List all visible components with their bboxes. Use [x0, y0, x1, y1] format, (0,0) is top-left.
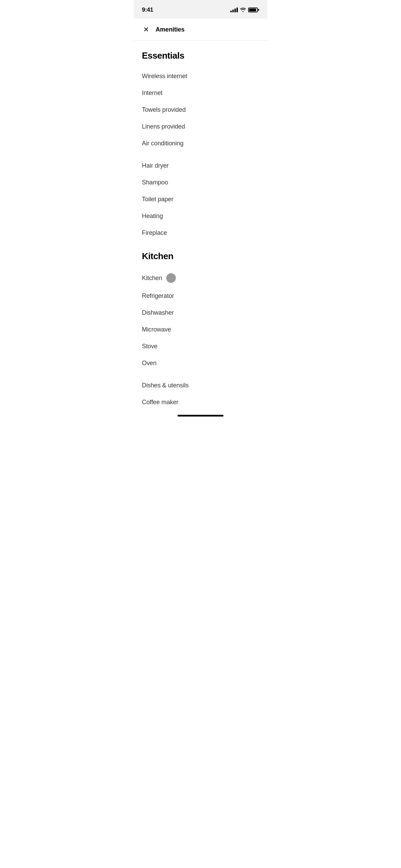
amenity-label-hair-dryer: Hair dryer: [142, 162, 169, 169]
battery-icon: [248, 8, 259, 12]
amenity-label-dishes-utensils: Dishes & utensils: [142, 382, 189, 389]
signal-icon: [230, 8, 238, 12]
amenity-label-kitchen: Kitchen: [142, 275, 162, 282]
home-bar: [178, 415, 223, 417]
amenity-label-toilet-paper: Toilet paper: [142, 196, 173, 203]
amenity-label-air-conditioning: Air conditioning: [142, 140, 183, 147]
amenity-label-heating: Heating: [142, 213, 163, 220]
status-time: 9:41: [142, 7, 153, 13]
amenity-item-heating: Heating: [142, 208, 259, 225]
amenity-label-towels-provided: Towels provided: [142, 106, 186, 113]
home-indicator: [134, 411, 267, 419]
amenity-item-shampoo: Shampoo: [142, 174, 259, 191]
amenity-item-oven: Oven: [142, 355, 259, 372]
amenity-item-hair-dryer: Hair dryer: [142, 157, 259, 174]
amenity-label-wireless-internet: Wireless internet: [142, 73, 187, 80]
amenity-label-dishwasher: Dishwasher: [142, 309, 174, 316]
header: ✕ Amenities: [134, 19, 267, 41]
amenity-item-towels-provided: Towels provided: [142, 101, 259, 118]
amenity-item-stove: Stove: [142, 338, 259, 355]
amenity-item-linens-provided: Linens provided: [142, 118, 259, 135]
close-button[interactable]: ✕: [141, 24, 151, 35]
amenity-item-dishes-utensils: Dishes & utensils: [142, 377, 259, 394]
amenity-label-internet: Internet: [142, 89, 162, 97]
amenity-label-fireplace: Fireplace: [142, 229, 167, 237]
amenity-item-refrigerator: Refrigerator: [142, 288, 259, 304]
amenity-label-shampoo: Shampoo: [142, 179, 168, 186]
amenity-label-linens-provided: Linens provided: [142, 123, 185, 130]
content: EssentialsWireless internetInternetTowel…: [134, 50, 267, 411]
amenity-label-refrigerator: Refrigerator: [142, 292, 174, 300]
amenity-label-stove: Stove: [142, 343, 158, 350]
group-gap: [142, 152, 259, 157]
status-bar: 9:41: [134, 0, 267, 19]
amenity-item-wireless-internet: Wireless internet: [142, 68, 259, 85]
wifi-icon: [240, 7, 246, 13]
section-heading-essentials: Essentials: [142, 50, 259, 61]
amenity-label-oven: Oven: [142, 360, 157, 367]
amenity-item-microwave: Microwave: [142, 321, 259, 338]
amenity-label-coffee-maker: Coffee maker: [142, 399, 179, 406]
amenity-item-kitchen: Kitchen: [142, 268, 259, 288]
toggle-kitchen[interactable]: [166, 273, 176, 283]
amenity-label-microwave: Microwave: [142, 326, 171, 333]
status-icons: [230, 7, 259, 13]
group-gap: [142, 372, 259, 377]
section-heading-kitchen: Kitchen: [142, 251, 259, 262]
amenity-item-air-conditioning: Air conditioning: [142, 135, 259, 152]
amenity-item-dishwasher: Dishwasher: [142, 304, 259, 321]
amenity-item-coffee-maker: Coffee maker: [142, 394, 259, 411]
amenity-item-internet: Internet: [142, 85, 259, 101]
amenity-item-fireplace: Fireplace: [142, 225, 259, 241]
amenity-item-toilet-paper: Toilet paper: [142, 191, 259, 208]
close-icon: ✕: [143, 26, 149, 33]
header-title: Amenities: [156, 26, 184, 33]
